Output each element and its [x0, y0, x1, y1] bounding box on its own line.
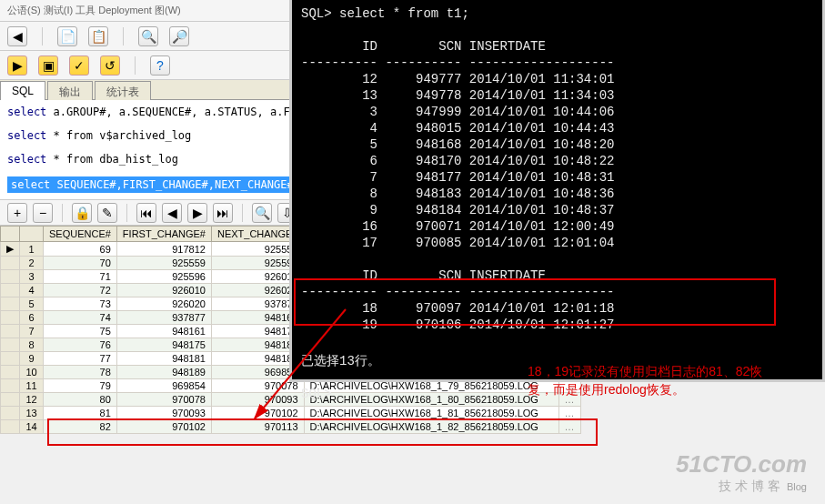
tab-output[interactable]: 输出 — [47, 81, 93, 100]
sqlplus-terminal[interactable]: SQL> select * from t1; ID SCN INSERTDATE… — [289, 0, 825, 382]
tab-stats[interactable]: 统计表 — [95, 81, 151, 100]
nav-back-icon[interactable]: ◀ — [7, 26, 27, 46]
table-row[interactable]: 1381970093970102D:\ARCHIVELOG\HXW168_1_8… — [1, 407, 581, 420]
menu-items[interactable]: 公语(S) 测试(I) 工具 Deployment 图(W) — [7, 4, 181, 17]
table-row[interactable]: 1482970102970113D:\ARCHIVELOG\HXW168_1_8… — [1, 420, 581, 434]
annotation-text: 18，19记录没有使用归档日志的81、82恢 复，而是使用redolog恢复。 — [528, 362, 762, 398]
last-icon[interactable]: ⏭ — [213, 203, 233, 223]
lock-icon[interactable]: 🔒 — [72, 203, 92, 223]
execute-icon[interactable]: ▶ — [7, 55, 27, 76]
terminal-header2: ID SCN INSERTDATE — [301, 267, 813, 284]
execute-sql-icon[interactable]: ▣ — [38, 55, 58, 76]
terminal-rows: 12 949777 2014/10/01 11:34:01 13 949778 … — [301, 71, 813, 251]
copy-icon[interactable]: 📄 — [57, 26, 77, 46]
watermark: 51CTO.com 技术博客 Blog — [676, 450, 807, 495]
terminal-rows2: 18 970097 2014/10/01 12:01:18 19 970106 … — [301, 300, 813, 333]
sql-text: * from v$archived_log — [46, 129, 191, 142]
col-sequence[interactable]: SEQUENCE# — [44, 227, 117, 242]
edit-icon[interactable]: ✎ — [97, 203, 117, 223]
help-icon[interactable]: ? — [150, 55, 170, 76]
find-next-icon[interactable]: 🔎 — [169, 26, 189, 46]
terminal-header: ID SCN INSERTDATE — [301, 38, 813, 55]
sql-text: * from dba_hist_log — [46, 153, 178, 166]
commit-icon[interactable]: ✓ — [69, 55, 89, 76]
find-icon[interactable]: 🔍 — [138, 26, 158, 46]
next-icon[interactable]: ▶ — [187, 203, 207, 223]
tab-sql[interactable]: SQL — [0, 81, 45, 100]
add-row-icon[interactable]: + — [7, 203, 27, 223]
delete-row-icon[interactable]: − — [33, 203, 53, 223]
prev-icon[interactable]: ◀ — [162, 203, 182, 223]
rollback-icon[interactable]: ↺ — [100, 55, 120, 76]
col-first-change[interactable]: FIRST_CHANGE# — [116, 227, 211, 242]
paste-icon[interactable]: 📋 — [88, 26, 108, 46]
grid-find-icon[interactable]: 🔍 — [252, 203, 272, 223]
first-icon[interactable]: ⏮ — [136, 203, 156, 223]
terminal-cmd: SQL> select * from t1; — [301, 5, 813, 22]
